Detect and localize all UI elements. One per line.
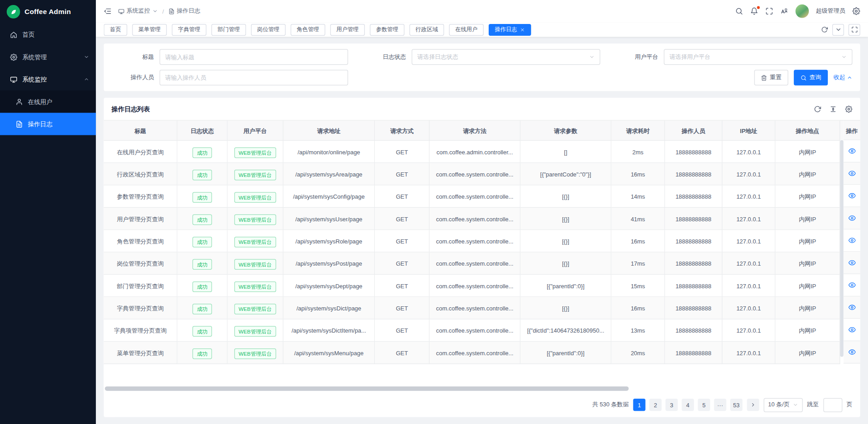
reset-button[interactable]: 重置: [754, 70, 788, 86]
page-ellipsis[interactable]: ···: [714, 399, 726, 411]
tab-item-3[interactable]: 部门管理: [212, 24, 246, 35]
page-button-2[interactable]: 2: [649, 399, 661, 411]
reset-button-label: 重置: [770, 74, 782, 81]
tab-item-6[interactable]: 用户管理: [330, 24, 365, 35]
column-header-actions: 操作: [844, 120, 860, 140]
tab-item-4[interactable]: 岗位管理: [251, 24, 286, 35]
content-fullscreen-button[interactable]: [849, 24, 860, 35]
bell-icon: [750, 7, 758, 15]
cell-platform: WEB管理后台: [227, 208, 283, 230]
table-row: 角色管理分页查询成功WEB管理后台/api/system/sysRole/pag…: [104, 230, 840, 252]
notifications-button[interactable]: [750, 7, 758, 15]
collapse-filter-button[interactable]: 收起: [833, 74, 852, 81]
view-detail-button[interactable]: [844, 274, 860, 296]
page-button-5[interactable]: 5: [698, 399, 710, 411]
vertical-scrollbar[interactable]: [840, 140, 843, 357]
column-header-status: 日志状态: [177, 121, 227, 141]
log-status-select[interactable]: 请选择日志状态: [412, 49, 600, 65]
column-header-method: 请求方式: [375, 121, 429, 141]
view-detail-button[interactable]: [844, 162, 860, 185]
gear-icon: [10, 53, 17, 61]
log-file-icon: [169, 8, 175, 14]
tab-close-icon[interactable]: [520, 27, 525, 32]
jump-page-input[interactable]: [823, 398, 842, 412]
table-row: 在线用户分页查询成功WEB管理后台/api/monitor/online/pag…: [104, 141, 840, 163]
fullscreen-button[interactable]: [765, 7, 773, 15]
page-button-53[interactable]: 53: [730, 399, 742, 411]
page-button-4[interactable]: 4: [682, 399, 694, 411]
sidebar-item-operation-logs[interactable]: 操作日志: [0, 113, 96, 135]
status-badge: 成功: [193, 281, 212, 292]
breadcrumb-item-operation-logs[interactable]: 操作日志: [169, 7, 200, 15]
sidebar-collapse-button[interactable]: [104, 7, 112, 15]
page-button-1[interactable]: 1: [633, 399, 645, 411]
tab-item-10[interactable]: 操作日志: [489, 24, 531, 35]
tabs-list: 首页菜单管理字典管理部门管理岗位管理角色管理用户管理参数管理行政区域在线用户操作…: [104, 24, 816, 35]
sidebar-submenu: 在线用户 操作日志: [0, 91, 96, 135]
page-size-select[interactable]: 10 条/页: [764, 398, 802, 412]
user-avatar[interactable]: [795, 5, 809, 18]
refresh-icon[interactable]: [814, 105, 821, 113]
language-button[interactable]: [780, 7, 788, 15]
cell-title: 参数管理分页查询: [104, 186, 178, 208]
search-button[interactable]: [735, 7, 743, 15]
cell-params: [{}]: [520, 230, 611, 252]
chevron-down-icon: [84, 54, 89, 60]
eye-icon: [848, 259, 855, 267]
tab-item-8[interactable]: 行政区域: [410, 24, 444, 35]
view-detail-button[interactable]: [844, 207, 860, 229]
cell-status: 成功: [177, 141, 227, 163]
breadcrumb-item-system-monitor[interactable]: 系统监控: [118, 7, 158, 15]
tabs-actions-dropdown[interactable]: [832, 24, 844, 35]
cell-params: [{}]: [520, 297, 611, 319]
chevron-right-icon: [750, 402, 756, 407]
tab-item-5[interactable]: 角色管理: [291, 24, 326, 35]
cell-platform: WEB管理后台: [227, 230, 283, 252]
view-detail-button[interactable]: [844, 185, 860, 207]
page-buttons: 12345···53: [633, 399, 742, 411]
view-detail-button[interactable]: [844, 140, 860, 162]
platform-badge: WEB管理后台: [234, 214, 276, 224]
search-submit-button[interactable]: 查询: [794, 70, 828, 86]
settings-button[interactable]: [852, 7, 860, 15]
status-badge: 成功: [193, 147, 212, 157]
log-file-icon: [16, 120, 23, 128]
refresh-tab-button[interactable]: [821, 26, 828, 33]
operator-input[interactable]: [160, 70, 348, 86]
app-logo[interactable]: Coffee Admin: [0, 0, 96, 24]
cell-location: 内网IP: [775, 186, 840, 208]
page-button-3[interactable]: 3: [665, 399, 678, 411]
user-platform-label: 用户平台: [608, 53, 664, 61]
cell-duration: 14ms: [611, 186, 665, 208]
view-detail-button[interactable]: [844, 296, 860, 319]
view-detail-button[interactable]: [844, 341, 860, 363]
row-density-icon[interactable]: [830, 105, 837, 113]
column-header-platform: 用户平台: [227, 121, 283, 141]
user-platform-select[interactable]: 请选择用户平台: [664, 49, 852, 65]
title-input[interactable]: [160, 49, 348, 65]
cell-duration: 16ms: [611, 297, 665, 319]
tab-item-7[interactable]: 参数管理: [370, 24, 405, 35]
horizontal-scrollbar[interactable]: [105, 386, 628, 391]
expand-screen-icon: [851, 26, 858, 33]
menu-fold-icon: [104, 7, 112, 15]
cell-location: 内网IP: [775, 141, 840, 163]
tab-item-1[interactable]: 菜单管理: [132, 24, 167, 35]
cell-url: /api/system/sysDictItem/pa...: [283, 319, 375, 342]
next-page-button[interactable]: [747, 399, 759, 411]
sidebar-item-home[interactable]: 首页: [0, 24, 96, 46]
tab-item-9[interactable]: 在线用户: [449, 24, 484, 35]
view-detail-button[interactable]: [844, 319, 860, 341]
tab-item-2[interactable]: 字典管理: [172, 24, 207, 35]
current-user-name[interactable]: 超级管理员: [816, 7, 845, 15]
column-settings-gear-icon[interactable]: [845, 105, 852, 113]
tab-item-0[interactable]: 首页: [104, 24, 127, 35]
breadcrumb-label: 操作日志: [177, 7, 200, 15]
sidebar-item-online-users[interactable]: 在线用户: [0, 91, 96, 113]
view-detail-button[interactable]: [844, 252, 860, 274]
view-detail-button[interactable]: [844, 229, 860, 252]
cell-platform: WEB管理后台: [227, 297, 283, 319]
sidebar-item-system-management[interactable]: 系统管理: [0, 46, 96, 68]
sidebar-item-system-monitor[interactable]: 系统监控: [0, 68, 96, 91]
column-header-duration: 请求耗时: [611, 121, 665, 141]
